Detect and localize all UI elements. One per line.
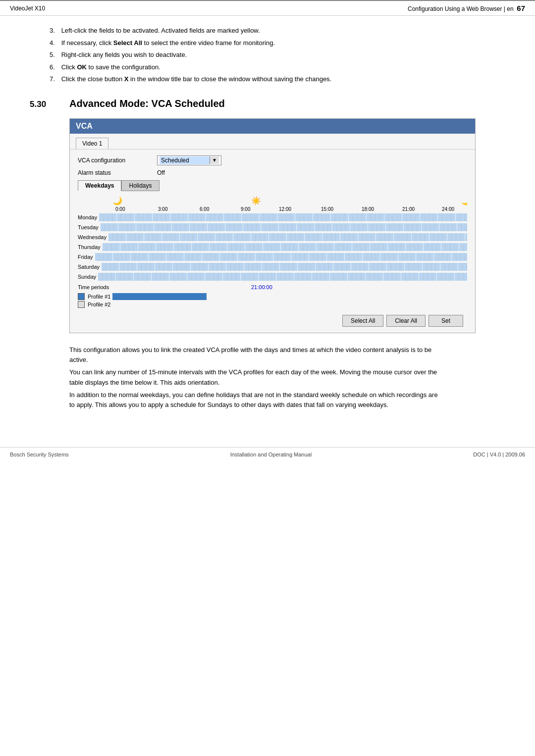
cell-thursday-51[interactable] [330,243,334,251]
cell-friday-44[interactable] [291,253,296,261]
cell-monday-38[interactable] [268,213,273,221]
cell-monday-55[interactable] [344,213,349,221]
cell-wednesday-41[interactable] [291,233,296,241]
cell-tuesday-32[interactable] [243,223,248,231]
cell-friday-69[interactable] [403,253,407,261]
cell-thursday-17[interactable] [178,243,183,251]
cell-saturday-52[interactable] [333,263,338,271]
cell-friday-42[interactable] [282,253,287,261]
cell-saturday-77[interactable] [445,263,449,271]
cell-thursday-28[interactable] [227,243,232,251]
cell-monday-2[interactable] [108,213,112,221]
cell-friday-76[interactable] [434,253,438,261]
cell-friday-18[interactable] [175,253,180,261]
cell-wednesday-42[interactable] [296,233,300,241]
cell-monday-63[interactable] [380,213,384,221]
cell-monday-25[interactable] [211,213,215,221]
cell-friday-17[interactable] [171,253,175,261]
cell-saturday-43[interactable] [293,263,298,271]
cell-thursday-68[interactable] [406,243,410,251]
cell-monday-47[interactable] [309,213,313,221]
cell-saturday-39[interactable] [275,263,280,271]
cell-monday-69[interactable] [407,213,411,221]
cell-monday-45[interactable] [300,213,304,221]
cell-monday-17[interactable] [175,213,179,221]
cell-tuesday-21[interactable] [194,223,199,231]
cell-sunday-44[interactable] [294,273,299,281]
cell-wednesday-30[interactable] [242,233,247,241]
cell-thursday-23[interactable] [205,243,210,251]
cell-wednesday-70[interactable] [421,233,425,241]
cell-wednesday-66[interactable] [403,233,407,241]
cell-friday-47[interactable] [305,253,309,261]
cell-wednesday-17[interactable] [184,233,189,241]
cell-tuesday-77[interactable] [444,223,448,231]
cell-saturday-22[interactable] [200,263,204,271]
cell-saturday-13[interactable] [160,263,164,271]
cell-thursday-58[interactable] [361,243,366,251]
cell-thursday-60[interactable] [370,243,374,251]
cell-tuesday-26[interactable] [216,223,221,231]
cell-thursday-34[interactable] [254,243,259,251]
cell-wednesday-72[interactable] [429,233,434,241]
cell-saturday-73[interactable] [427,263,431,271]
cell-wednesday-38[interactable] [278,233,282,241]
cell-sunday-42[interactable] [285,273,290,281]
cell-saturday-49[interactable] [320,263,324,271]
cell-monday-8[interactable] [135,213,139,221]
cell-saturday-79[interactable] [454,263,458,271]
cell-sunday-23[interactable] [201,273,205,281]
cell-monday-54[interactable] [340,213,344,221]
cell-saturday-1[interactable] [106,263,110,271]
cell-sunday-81[interactable] [459,273,464,281]
cell-thursday-6[interactable] [129,243,134,251]
cell-friday-12[interactable] [149,253,153,261]
cell-monday-31[interactable] [237,213,242,221]
cell-sunday-75[interactable] [432,273,437,281]
cell-wednesday-25[interactable] [220,233,224,241]
cell-saturday-74[interactable] [431,263,436,271]
cell-thursday-50[interactable] [325,243,330,251]
cell-thursday-69[interactable] [410,243,415,251]
cell-thursday-36[interactable] [263,243,268,251]
cell-sunday-2[interactable] [107,273,111,281]
cell-saturday-57[interactable] [356,263,360,271]
cell-thursday-72[interactable] [424,243,428,251]
cell-wednesday-32[interactable] [251,233,256,241]
cell-monday-28[interactable] [224,213,228,221]
cell-wednesday-73[interactable] [434,233,438,241]
cell-tuesday-9[interactable] [141,223,145,231]
cell-saturday-23[interactable] [204,263,209,271]
cell-monday-14[interactable] [161,213,166,221]
cell-thursday-62[interactable] [379,243,383,251]
cell-monday-11[interactable] [148,213,153,221]
cell-thursday-45[interactable] [303,243,308,251]
cell-tuesday-39[interactable] [274,223,279,231]
cell-wednesday-35[interactable] [265,233,269,241]
cell-sunday-10[interactable] [143,273,147,281]
cell-thursday-56[interactable] [352,243,357,251]
cell-sunday-45[interactable] [299,273,303,281]
cell-friday-62[interactable] [372,253,376,261]
cell-tuesday-30[interactable] [234,223,239,231]
cell-thursday-77[interactable] [446,243,450,251]
cell-thursday-59[interactable] [366,243,370,251]
cell-sunday-3[interactable] [111,273,116,281]
cell-monday-35[interactable] [255,213,260,221]
cell-saturday-16[interactable] [173,263,177,271]
cell-friday-31[interactable] [233,253,238,261]
cell-thursday-78[interactable] [450,243,455,251]
cell-monday-4[interactable] [117,213,121,221]
cell-wednesday-53[interactable] [345,233,349,241]
cell-wednesday-68[interactable] [412,233,416,241]
cell-wednesday-58[interactable] [367,233,372,241]
cell-sunday-58[interactable] [357,273,361,281]
cell-friday-41[interactable] [278,253,282,261]
cell-tuesday-24[interactable] [208,223,212,231]
cell-friday-78[interactable] [443,253,447,261]
cell-monday-42[interactable] [286,213,291,221]
cell-thursday-0[interactable] [103,243,107,251]
cell-wednesday-14[interactable] [171,233,175,241]
cell-sunday-16[interactable] [169,273,174,281]
cell-thursday-10[interactable] [147,243,152,251]
